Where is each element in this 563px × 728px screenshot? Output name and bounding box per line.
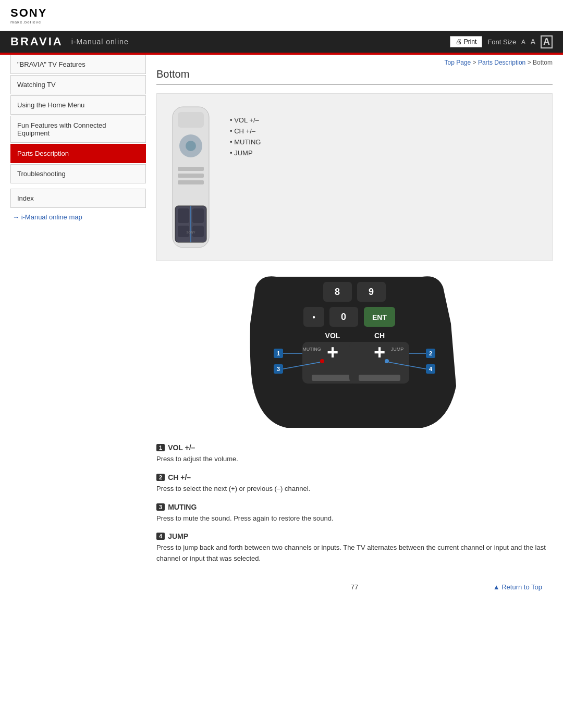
svg-rect-28 (312, 375, 353, 381)
remote-illustration: SONY VOL +/– CH +/– MUTING JUMP (156, 93, 553, 261)
svg-rect-8 (178, 208, 189, 223)
svg-text:0: 0 (341, 312, 346, 322)
desc-text-ch: Press to select the next (+) or previous… (156, 484, 553, 495)
num-badge-2: 2 (156, 474, 165, 481)
svg-text:+: + (374, 341, 385, 363)
sony-logo: SONY (10, 6, 553, 20)
desc-title-vol: 1 VOL +/– (156, 443, 553, 452)
sidebar-item-index[interactable]: Index (10, 189, 146, 208)
print-icon: 🖨 (456, 38, 462, 45)
desc-label-ch: CH +/– (168, 473, 191, 482)
num-badge-3: 3 (156, 503, 165, 511)
header-bar: BRAVIA i-Manual online 🖨 Print Font Size… (0, 31, 563, 53)
page-footer: 77 Return to Top (156, 573, 553, 601)
header-controls: 🖨 Print Font Size A A A (450, 35, 553, 48)
svg-text:8: 8 (335, 287, 340, 297)
sidebar-item-bravia-tv-features[interactable]: "BRAVIA" TV Features (10, 55, 146, 74)
svg-text:JUMP: JUMP (391, 347, 404, 352)
font-size-mid-button[interactable]: A (531, 38, 535, 46)
svg-rect-1 (178, 112, 204, 128)
num-badge-4: 4 (156, 533, 165, 540)
breadcrumb: Top Page > Parts Description > Bottom (156, 55, 553, 68)
svg-point-33 (320, 359, 324, 363)
svg-text:SONY: SONY (186, 231, 195, 234)
detail-diagram: 8 9 • 0 ENT VOL CH + (156, 272, 553, 433)
page-title: Bottom (156, 68, 553, 85)
font-size-small-button[interactable]: A (521, 39, 525, 45)
svg-text:3: 3 (277, 366, 280, 372)
svg-point-3 (186, 141, 196, 151)
sidebar-item-parts-description[interactable]: Parts Description (10, 144, 146, 163)
bullet-item-ch: CH +/– (230, 126, 261, 137)
sidebar: "BRAVIA" TV Features Watching TV Using t… (10, 55, 146, 601)
desc-block-muting: 3 MUTING Press to mute the sound. Press … (156, 503, 553, 524)
desc-title-ch: 2 CH +/– (156, 473, 553, 482)
svg-text:CH: CH (374, 331, 385, 340)
bottom-detail-svg: 8 9 • 0 ENT VOL CH + (245, 272, 464, 433)
font-size-large-button[interactable]: A (541, 35, 553, 48)
desc-block-vol: 1 VOL +/– Press to adjust the volume. (156, 443, 553, 465)
sidebar-item-fun-features[interactable]: Fun Features with Connected Equipment (10, 116, 146, 143)
breadcrumb-parts-description[interactable]: Parts Description (478, 59, 525, 66)
svg-rect-9 (192, 208, 204, 223)
desc-block-ch: 2 CH +/– Press to select the next (+) or… (156, 473, 553, 495)
svg-text:4: 4 (429, 366, 433, 372)
svg-text:MUTING: MUTING (302, 347, 321, 352)
content-area: Top Page > Parts Description > Bottom Bo… (156, 55, 553, 601)
svg-rect-4 (178, 167, 204, 171)
desc-title-muting: 3 MUTING (156, 503, 553, 511)
svg-text:1: 1 (277, 350, 280, 356)
descriptions-area: 1 VOL +/– Press to adjust the volume. 2 … (156, 443, 553, 564)
desc-text-muting: Press to mute the sound. Press again to … (156, 513, 553, 524)
font-size-label: Font Size (487, 38, 516, 46)
sidebar-item-watching-tv[interactable]: Watching TV (10, 75, 146, 94)
svg-rect-6 (178, 180, 204, 184)
desc-label-muting: MUTING (168, 503, 197, 511)
svg-text:2: 2 (429, 350, 432, 356)
svg-text:9: 9 (369, 287, 374, 297)
bravia-logo-area: BRAVIA i-Manual online (10, 35, 129, 48)
breadcrumb-current: Bottom (533, 59, 553, 66)
desc-label-vol: VOL +/– (168, 443, 195, 452)
svg-text:+: + (327, 341, 338, 363)
svg-rect-5 (178, 174, 204, 178)
bullet-item-vol: VOL +/– (230, 115, 261, 126)
desc-text-jump: Press to jump back and forth between two… (156, 542, 553, 564)
svg-point-35 (385, 359, 389, 363)
page-number: 77 (351, 583, 358, 591)
sidebar-item-using-home-menu[interactable]: Using the Home Menu (10, 95, 146, 115)
num-badge-1: 1 (156, 444, 165, 451)
main-layout: "BRAVIA" TV Features Watching TV Using t… (0, 55, 563, 601)
desc-block-jump: 4 JUMP Press to jump back and forth betw… (156, 532, 553, 564)
bullet-item-jump: JUMP (230, 147, 261, 158)
sony-tagline: make.believe (10, 20, 553, 24)
print-button[interactable]: 🖨 Print (450, 36, 483, 47)
sidebar-item-troubleshooting[interactable]: Troubleshooting (10, 164, 146, 183)
svg-text:•: • (312, 313, 315, 322)
bullet-item-muting: MUTING (230, 137, 261, 147)
desc-label-jump: JUMP (168, 532, 188, 540)
bullet-list: VOL +/– CH +/– MUTING JUMP (230, 115, 261, 158)
svg-rect-31 (359, 375, 400, 381)
remote-small-svg: SONY (167, 104, 214, 250)
remote-image-area: SONY (167, 104, 214, 250)
return-to-top-link[interactable]: Return to Top (493, 583, 542, 591)
svg-text:ENT: ENT (372, 313, 387, 322)
desc-title-jump: 4 JUMP (156, 532, 553, 540)
breadcrumb-top-page[interactable]: Top Page (445, 59, 471, 66)
desc-text-vol: Press to adjust the volume. (156, 454, 553, 465)
print-label: Print (464, 38, 477, 45)
svg-text:VOL: VOL (325, 331, 340, 340)
imanual-label: i-Manual online (71, 38, 129, 46)
sony-logo-area: SONY make.believe (0, 0, 563, 31)
bravia-brand: BRAVIA (10, 35, 63, 48)
imanual-map-link[interactable]: i-Manual online map (10, 209, 146, 225)
